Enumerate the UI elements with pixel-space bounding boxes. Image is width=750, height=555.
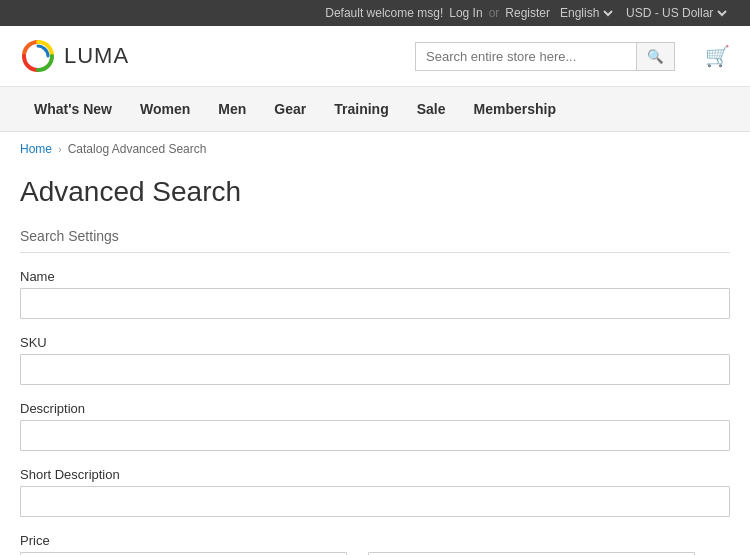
description-label: Description	[20, 401, 730, 416]
nav-item-sale[interactable]: Sale	[403, 87, 460, 131]
welcome-message: Default welcome msg!	[325, 6, 443, 20]
header-search-bar: 🔍	[415, 42, 675, 71]
name-input[interactable]	[20, 288, 730, 319]
sku-input[interactable]	[20, 354, 730, 385]
description-input[interactable]	[20, 420, 730, 451]
section-title: Search Settings	[20, 228, 730, 253]
nav-item-training[interactable]: Training	[320, 87, 402, 131]
nav-item-whats-new[interactable]: What's New	[20, 87, 126, 131]
breadcrumb-home[interactable]: Home	[20, 142, 52, 156]
cart-icon-wrap[interactable]: 🛒	[705, 44, 730, 68]
price-label: Price	[20, 533, 730, 548]
logo-icon	[20, 38, 56, 74]
cart-icon: 🛒	[705, 45, 730, 67]
top-bar: Default welcome msg! Log In or Register …	[0, 0, 750, 26]
register-link[interactable]: Register	[505, 6, 550, 20]
main-content: Advanced Search Search Settings Name SKU…	[0, 166, 750, 555]
short-description-label: Short Description	[20, 467, 730, 482]
page-title: Advanced Search	[20, 176, 730, 208]
breadcrumb-separator: ›	[58, 143, 62, 155]
or-separator: or	[489, 6, 500, 20]
main-nav: What's New Women Men Gear Training Sale …	[0, 87, 750, 132]
header-search-input[interactable]	[416, 43, 636, 70]
search-icon: 🔍	[647, 49, 664, 64]
nav-item-membership[interactable]: Membership	[460, 87, 570, 131]
description-field-group: Description	[20, 401, 730, 451]
logo-link[interactable]: LUMA	[20, 38, 129, 74]
sku-label: SKU	[20, 335, 730, 350]
header: LUMA 🔍 🛒	[0, 26, 750, 87]
currency-select[interactable]: USD - US Dollar	[622, 5, 730, 21]
nav-item-men[interactable]: Men	[204, 87, 260, 131]
header-search-button[interactable]: 🔍	[636, 43, 674, 70]
price-field-group: Price - USD	[20, 533, 730, 555]
name-field-group: Name	[20, 269, 730, 319]
nav-item-women[interactable]: Women	[126, 87, 204, 131]
short-description-field-group: Short Description	[20, 467, 730, 517]
logo-text: LUMA	[64, 43, 129, 69]
nav-item-gear[interactable]: Gear	[260, 87, 320, 131]
short-description-input[interactable]	[20, 486, 730, 517]
sku-field-group: SKU	[20, 335, 730, 385]
breadcrumb-current: Catalog Advanced Search	[68, 142, 207, 156]
language-select[interactable]: English	[556, 5, 616, 21]
breadcrumb: Home › Catalog Advanced Search	[0, 132, 750, 166]
login-link[interactable]: Log In	[449, 6, 482, 20]
name-label: Name	[20, 269, 730, 284]
